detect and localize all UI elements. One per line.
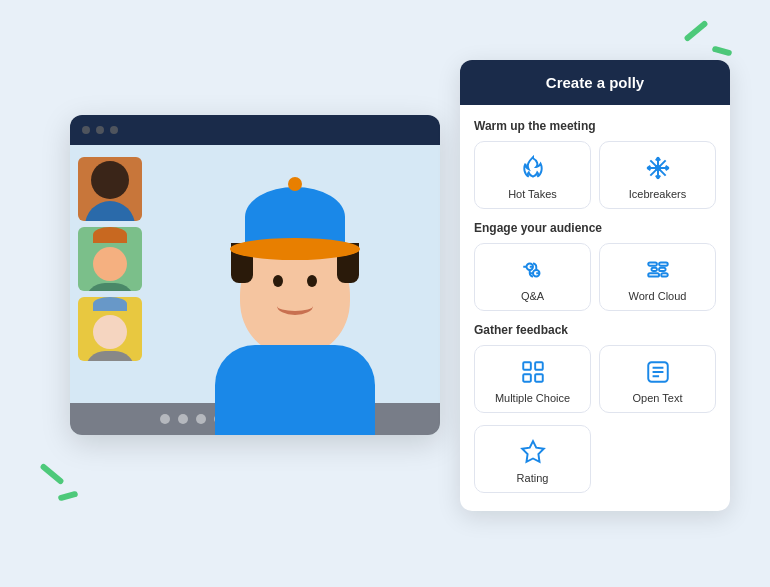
qa-icon	[519, 256, 547, 284]
item-qa[interactable]: Q&A	[474, 243, 591, 311]
svg-rect-14	[535, 362, 543, 370]
item-icebreakers[interactable]: Icebreakers	[599, 141, 716, 209]
qa-label: Q&A	[521, 290, 544, 302]
p1-body	[85, 201, 135, 221]
svg-rect-7	[648, 262, 657, 265]
deco-bottom-left-1	[39, 463, 64, 486]
item-rating[interactable]: Rating	[474, 425, 591, 493]
p2-body	[85, 283, 135, 291]
open-text-label: Open Text	[633, 392, 683, 404]
open-text-icon	[644, 358, 672, 386]
flame-icon	[519, 154, 547, 182]
avatar-hat-button	[288, 177, 302, 191]
svg-rect-10	[659, 268, 666, 271]
hot-takes-label: Hot Takes	[508, 188, 557, 200]
warm-up-grid: Hot Takes Icebreakers	[474, 141, 716, 209]
window-dot-3	[110, 126, 118, 134]
svg-rect-15	[523, 374, 531, 382]
avatar-body	[215, 345, 375, 435]
p3-body	[85, 351, 135, 361]
participants-sidebar	[70, 145, 150, 435]
multiple-choice-icon	[519, 358, 547, 386]
p2-hair	[93, 227, 127, 243]
main-speaker	[150, 145, 440, 435]
deco-bottom-left-2	[58, 491, 79, 502]
polly-panel: Create a polly Warm up the meeting Hot T…	[460, 60, 730, 511]
avatar-person	[185, 195, 405, 435]
avatar-hat-brim	[230, 238, 360, 260]
feedback-grid: Multiple Choice Open Text	[474, 345, 716, 413]
nav-dot-1[interactable]	[160, 414, 170, 424]
deco-top-right-1	[683, 20, 708, 43]
snowflake-icon	[644, 154, 672, 182]
p2-head	[93, 247, 127, 281]
rating-row: Rating	[474, 425, 716, 493]
window-dot-1	[82, 126, 90, 134]
engage-grid: Q&A Word Cloud	[474, 243, 716, 311]
video-window	[70, 115, 440, 435]
svg-rect-9	[651, 268, 656, 271]
rating-icon	[519, 438, 547, 466]
svg-rect-8	[659, 262, 668, 265]
avatar-smile	[277, 297, 313, 315]
svg-rect-11	[648, 273, 659, 276]
item-word-cloud[interactable]: Word Cloud	[599, 243, 716, 311]
section-engage-title: Engage your audience	[474, 221, 716, 235]
avatar-eye-right	[307, 275, 317, 287]
p1-head	[91, 161, 129, 199]
participant-3	[78, 297, 142, 361]
p3-head	[93, 315, 127, 349]
window-dot-2	[96, 126, 104, 134]
nav-dot-3[interactable]	[196, 414, 206, 424]
svg-rect-13	[523, 362, 531, 370]
icebreakers-label: Icebreakers	[629, 188, 686, 200]
section-warm-up-title: Warm up the meeting	[474, 119, 716, 133]
p3-hair	[93, 297, 127, 311]
word-cloud-label: Word Cloud	[629, 290, 687, 302]
participant-1	[78, 157, 142, 221]
item-open-text[interactable]: Open Text	[599, 345, 716, 413]
polly-body: Warm up the meeting Hot Takes	[460, 105, 730, 511]
item-multiple-choice[interactable]: Multiple Choice	[474, 345, 591, 413]
multiple-choice-label: Multiple Choice	[495, 392, 570, 404]
video-content	[70, 145, 440, 435]
svg-rect-12	[661, 273, 668, 276]
participant-2	[78, 227, 142, 291]
video-titlebar	[70, 115, 440, 145]
deco-top-right-2	[712, 46, 733, 57]
section-feedback-title: Gather feedback	[474, 323, 716, 337]
rating-label: Rating	[517, 472, 549, 484]
word-cloud-icon	[644, 256, 672, 284]
svg-rect-16	[535, 374, 543, 382]
polly-header-title: Create a polly	[546, 74, 644, 91]
avatar-eye-left	[273, 275, 283, 287]
nav-dot-2[interactable]	[178, 414, 188, 424]
item-hot-takes[interactable]: Hot Takes	[474, 141, 591, 209]
polly-header: Create a polly	[460, 60, 730, 105]
